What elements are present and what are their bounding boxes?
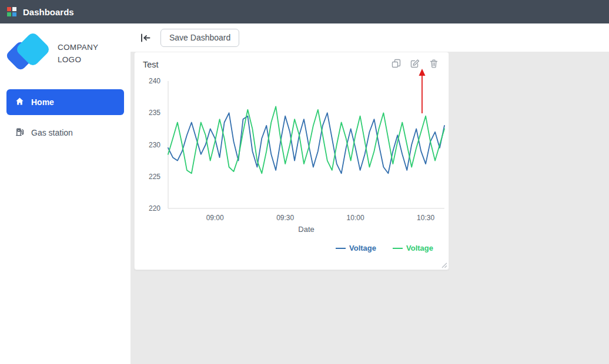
sidebar: COMPANY LOGO Home Gas station xyxy=(0,23,130,364)
company-logo-line1: COMPANY xyxy=(58,41,98,53)
edit-widget-button[interactable] xyxy=(410,58,420,69)
svg-text:10:00: 10:00 xyxy=(347,214,364,222)
legend-item-voltage-blue[interactable]: Voltage xyxy=(336,244,376,252)
widget-header: Test xyxy=(135,52,449,73)
main-area: Save Dashboard Test xyxy=(130,23,609,364)
sidebar-item-label: Home xyxy=(31,97,54,107)
edit-icon xyxy=(410,62,420,70)
company-logo-text: COMPANY LOGO xyxy=(58,41,98,66)
widget-card: Test xyxy=(134,52,449,270)
copy-icon xyxy=(391,62,401,70)
delete-icon xyxy=(429,62,439,70)
svg-text:09:30: 09:30 xyxy=(276,214,294,222)
company-logo: COMPANY LOGO xyxy=(0,23,130,85)
svg-text:235: 235 xyxy=(149,109,160,117)
legend-dash-icon xyxy=(336,248,346,249)
topbar: Dashboards xyxy=(0,0,609,23)
legend-dash-icon xyxy=(393,248,403,249)
content-area: Test xyxy=(130,52,609,364)
svg-text:Date: Date xyxy=(298,225,314,234)
company-logo-line2: LOGO xyxy=(58,53,98,66)
widget-actions xyxy=(391,58,439,69)
line-chart: 22022523023524009:0009:3010:0010:30Date xyxy=(135,73,450,235)
legend-label: Voltage xyxy=(406,244,433,252)
company-logo-icon xyxy=(5,31,55,76)
app-grid-logo-icon xyxy=(7,7,17,17)
legend-item-voltage-green[interactable]: Voltage xyxy=(393,244,433,252)
svg-text:220: 220 xyxy=(149,204,160,213)
toolbar: Save Dashboard xyxy=(130,23,609,52)
svg-text:230: 230 xyxy=(149,141,160,149)
svg-text:09:00: 09:00 xyxy=(206,214,224,222)
sidebar-nav: Home Gas station xyxy=(0,89,130,146)
widget-title: Test xyxy=(143,58,159,69)
home-icon xyxy=(15,96,25,108)
collapse-sidebar-button[interactable] xyxy=(139,32,152,44)
legend-label: Voltage xyxy=(349,244,376,252)
delete-widget-button[interactable] xyxy=(429,58,439,69)
svg-text:240: 240 xyxy=(149,77,160,85)
svg-text:10:30: 10:30 xyxy=(417,214,434,222)
sidebar-item-label: Gas station xyxy=(31,128,73,137)
save-dashboard-button[interactable]: Save Dashboard xyxy=(160,29,239,47)
resize-handle[interactable] xyxy=(441,262,447,268)
gas-pump-icon xyxy=(15,127,25,139)
collapse-sidebar-icon xyxy=(140,36,151,45)
sidebar-item-gas-station[interactable]: Gas station xyxy=(6,120,124,146)
chart-legend: Voltage Voltage xyxy=(135,244,449,252)
svg-text:225: 225 xyxy=(149,173,160,181)
app-title: Dashboards xyxy=(23,7,74,17)
copy-widget-button[interactable] xyxy=(391,58,401,69)
sidebar-item-home[interactable]: Home xyxy=(6,89,124,115)
